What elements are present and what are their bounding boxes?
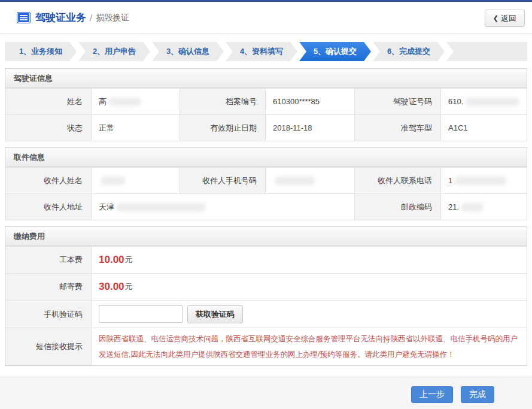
footer-bar: 上一步 完成 [0, 377, 532, 409]
back-button[interactable]: ❮ 返回 [485, 10, 525, 27]
verification-code-row: 手机验证码获取验证码 [5, 300, 527, 328]
value-postal-code: 21. [440, 194, 527, 220]
value-recipient-phone: 1 [440, 168, 527, 193]
value-production-fee: 10.00元 [91, 247, 527, 273]
value-sms-code: 获取验证码 [91, 301, 527, 328]
breadcrumb-separator: / [90, 13, 92, 23]
label-recipient-address: 收件人地址 [5, 194, 91, 220]
value-vehicle-class: A1C1 [440, 115, 527, 141]
label-recipient-name: 收件人姓名 [5, 168, 91, 193]
redaction-blur [108, 98, 141, 106]
value-text: 2018-11-18 [273, 123, 312, 132]
page-title: 驾驶证业务 [35, 11, 86, 25]
section-license: 驾驶证信息姓名高档案编号610300****85驾驶证号码610.状态正常有效期… [5, 68, 527, 141]
label-production-fee: 工本费 [5, 247, 91, 273]
redaction-blur [465, 98, 519, 106]
fee-unit: 元 [125, 281, 133, 292]
redaction-blur [461, 203, 484, 211]
value-file-number: 610300****85 [265, 89, 354, 114]
value-license-number: 610. [440, 89, 527, 114]
fee-amount: 30.00 [99, 281, 124, 293]
label-license-number: 驾驶证号码 [354, 89, 440, 114]
section-title-fees: 缴纳费用 [5, 227, 527, 246]
fee-row: 邮寄费30.00元 [5, 273, 527, 300]
steps-bar-filler [446, 42, 527, 61]
redaction-blur [116, 203, 206, 211]
sms-notice-row: 短信接收提示因陕西省联通、电信运营商技术问题，陕西省互联网交通安全综合服务管理平… [5, 328, 527, 365]
prev-step-button[interactable]: 上一步 [411, 386, 453, 403]
step-1[interactable]: 1、业务须知 [5, 42, 77, 61]
finish-button[interactable]: 完成 [461, 386, 494, 403]
value-text: A1C1 [448, 123, 468, 132]
step-2[interactable]: 2、用户申告 [78, 42, 150, 61]
value-status: 正常 [91, 115, 180, 141]
sms-code-input[interactable] [99, 305, 183, 323]
label-sms-notice: 短信接收提示 [5, 328, 91, 365]
value-recipient-name [91, 168, 180, 193]
table-row: 收件人姓名收件人手机号码收件人联系电话1 [5, 167, 527, 193]
fee-row: 工本费10.00元 [5, 246, 527, 273]
value-text: 天津 [99, 202, 114, 213]
back-button-label: 返回 [501, 13, 516, 24]
label-status: 状态 [5, 115, 91, 141]
label-postal-code: 邮政编码 [354, 194, 440, 220]
section-title-pickup: 取件信息 [5, 148, 527, 167]
fee-amount: 10.00 [99, 254, 124, 266]
value-recipient-address: 天津 [91, 194, 354, 220]
value-text: 610300****85 [273, 97, 320, 106]
main-content: 驾驶证信息姓名高档案编号610300****85驾驶证号码610.状态正常有效期… [5, 68, 527, 366]
label-sms-code: 手机验证码 [5, 301, 91, 328]
value-expiry-date: 2018-11-18 [265, 115, 354, 141]
chevron-left-icon: ❮ [493, 14, 498, 22]
step-6[interactable]: 6、完成提交 [373, 42, 445, 61]
fee-unit: 元 [125, 255, 133, 265]
value-text: 1 [448, 176, 452, 185]
table-row: 收件人地址天津邮政编码21. [5, 193, 527, 220]
redaction-blur [101, 177, 126, 185]
label-file-number: 档案编号 [180, 89, 265, 114]
label-recipient-mobile: 收件人手机号码 [180, 168, 265, 193]
value-recipient-mobile [265, 168, 354, 193]
label-recipient-phone: 收件人联系电话 [354, 168, 440, 193]
value-text: 正常 [99, 123, 114, 134]
sms-notice-text: 因陕西省联通、电信运营商技术问题，陕西省互联网交通安全综合服务管理平台无法向持陕… [99, 331, 519, 362]
value-sms-notice: 因陕西省联通、电信运营商技术问题，陕西省互联网交通安全综合服务管理平台无法向持陕… [91, 328, 527, 365]
label-postage-fee: 邮寄费 [5, 274, 91, 300]
redaction-blur [275, 177, 315, 185]
steps-bar: 1、业务须知2、用户申告3、确认信息4、资料填写5、确认提交6、完成提交 [5, 42, 527, 61]
label-name: 姓名 [5, 89, 91, 114]
breadcrumb-current: 损毁换证 [96, 13, 129, 23]
label-expiry-date: 有效期止日期 [180, 115, 265, 141]
table-row: 姓名高档案编号610300****85驾驶证号码610. [5, 88, 527, 114]
redaction-blur [454, 177, 507, 185]
step-3[interactable]: 3、确认信息 [152, 42, 224, 61]
step-4[interactable]: 4、资料填写 [226, 42, 297, 61]
value-name: 高 [91, 89, 180, 114]
section-fees: 缴纳费用工本费10.00元邮寄费30.00元手机验证码获取验证码短信接收提示因陕… [5, 226, 527, 366]
value-text: 21. [448, 202, 459, 211]
license-menu-icon [17, 12, 31, 23]
header: 驾驶证业务 / 损毁换证 ❮ 返回 [0, 2, 532, 34]
value-text: 610. [448, 97, 463, 106]
section-pickup: 取件信息收件人姓名收件人手机号码收件人联系电话1收件人地址天津邮政编码21. [5, 147, 527, 220]
label-vehicle-class: 准驾车型 [354, 115, 440, 141]
get-code-button[interactable]: 获取验证码 [187, 305, 243, 323]
value-text: 高 [99, 96, 107, 107]
table-row: 状态正常有效期止日期2018-11-18准驾车型A1C1 [5, 114, 527, 141]
step-5[interactable]: 5、确认提交 [299, 42, 371, 61]
section-title-license: 驾驶证信息 [5, 69, 527, 88]
value-postage-fee: 30.00元 [91, 274, 527, 300]
